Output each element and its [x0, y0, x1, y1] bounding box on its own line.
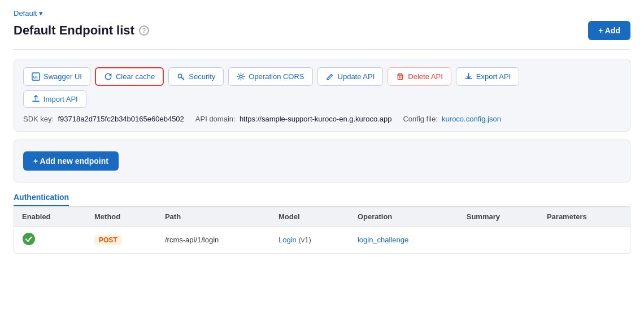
swagger-ui-button[interactable]: UI Swagger UI	[23, 67, 90, 86]
key-icon	[177, 72, 185, 81]
export-api-label: Export API	[476, 72, 511, 81]
row-parameters	[539, 227, 630, 254]
sdk-key-label: SDK key: f93718a2d715fc2b34b0165e60eb450…	[23, 115, 184, 123]
delete-api-button[interactable]: Delete API	[388, 67, 451, 86]
add-new-endpoint-button[interactable]: + Add new endpoint	[23, 151, 119, 171]
svg-point-6	[23, 233, 35, 245]
svg-point-3	[240, 75, 242, 78]
sdk-key-value: f93718a2d715fc2b34b0165e60eb4502	[58, 115, 184, 123]
page-wrapper: Default ▾ Default Endpoint list ? + Add …	[0, 0, 644, 309]
toolbar-row-2: Import API	[23, 90, 621, 108]
api-domain-label: API domain: https://sample-support-kuroc…	[195, 115, 392, 123]
import-api-button[interactable]: Import API	[23, 90, 86, 108]
enabled-check-icon	[22, 232, 36, 246]
add-button[interactable]: + Add	[588, 21, 630, 40]
gear-icon	[237, 72, 245, 81]
endpoint-section: + Add new endpoint	[14, 140, 630, 182]
breadcrumb-label: Default	[14, 9, 37, 18]
table-header: Enabled Method Path Model Operation Summ…	[14, 207, 630, 227]
table-row: POST /rcms-api/1/login Login (v1) login_…	[14, 227, 630, 254]
clear-cache-button[interactable]: Clear cache	[95, 67, 164, 86]
row-path: /rcms-api/1/login	[157, 227, 271, 254]
sdk-info-row: SDK key: f93718a2d715fc2b34b0165e60eb450…	[23, 112, 621, 123]
update-api-button[interactable]: Update API	[317, 67, 384, 86]
swagger-icon: UI	[32, 72, 40, 81]
download-icon	[464, 72, 473, 81]
security-label: Security	[189, 72, 215, 81]
header-divider	[14, 49, 630, 50]
page-title: Default Endpoint list ?	[14, 23, 149, 38]
row-model: Login (v1)	[271, 227, 350, 254]
security-button[interactable]: Security	[168, 67, 224, 86]
auth-table-wrapper: Enabled Method Path Model Operation Summ…	[14, 207, 630, 254]
toolbar-section: UI Swagger UI Clear cache Securi	[14, 59, 630, 132]
col-path: Path	[157, 207, 271, 227]
operation-cors-label: Operation CORS	[249, 72, 304, 81]
toolbar-row-1: UI Swagger UI Clear cache Securi	[23, 67, 621, 86]
col-model: Model	[271, 207, 350, 227]
col-parameters: Parameters	[539, 207, 630, 227]
config-file-label: Config file: kuroco.config.json	[403, 115, 501, 123]
row-summary	[459, 227, 539, 254]
trash-icon	[396, 72, 404, 81]
svg-rect-5	[398, 75, 403, 80]
upload-icon	[32, 95, 40, 103]
api-domain-value: https://sample-support-kuroco-en.g.kuroc…	[240, 115, 392, 123]
breadcrumb: Default ▾	[14, 9, 630, 18]
operation-cors-button[interactable]: Operation CORS	[228, 67, 312, 86]
row-enabled	[14, 227, 86, 254]
col-summary: Summary	[459, 207, 539, 227]
col-method: Method	[86, 207, 157, 227]
row-method: POST	[86, 227, 157, 254]
col-operation: Operation	[350, 207, 459, 227]
method-badge: POST	[94, 235, 122, 245]
update-api-label: Update API	[338, 72, 375, 81]
auth-section: Authentication Enabled Method Path Model…	[14, 193, 630, 254]
table-body: POST /rcms-api/1/login Login (v1) login_…	[14, 227, 630, 254]
delete-api-label: Delete API	[408, 72, 442, 81]
refresh-icon	[104, 72, 112, 81]
pencil-icon	[326, 72, 334, 81]
breadcrumb-chevron: ▾	[39, 9, 43, 18]
help-icon[interactable]: ?	[139, 25, 149, 36]
clear-cache-label: Clear cache	[116, 72, 155, 81]
config-file-link[interactable]: kuroco.config.json	[442, 115, 501, 123]
breadcrumb-link[interactable]: Default ▾	[14, 9, 43, 18]
col-enabled: Enabled	[14, 207, 86, 227]
export-api-button[interactable]: Export API	[456, 67, 519, 86]
page-title-text: Default Endpoint list	[14, 23, 134, 38]
header-row: Default Endpoint list ? + Add	[14, 21, 630, 40]
import-api-label: Import API	[43, 95, 78, 103]
model-link[interactable]: Login (v1)	[279, 236, 311, 244]
auth-section-title: Authentication	[14, 193, 69, 206]
row-operation: login_challenge	[350, 227, 459, 254]
svg-text:UI: UI	[33, 75, 38, 80]
swagger-ui-label: Swagger UI	[43, 72, 82, 81]
auth-table: Enabled Method Path Model Operation Summ…	[14, 207, 630, 254]
operation-link[interactable]: login_challenge	[358, 236, 408, 244]
